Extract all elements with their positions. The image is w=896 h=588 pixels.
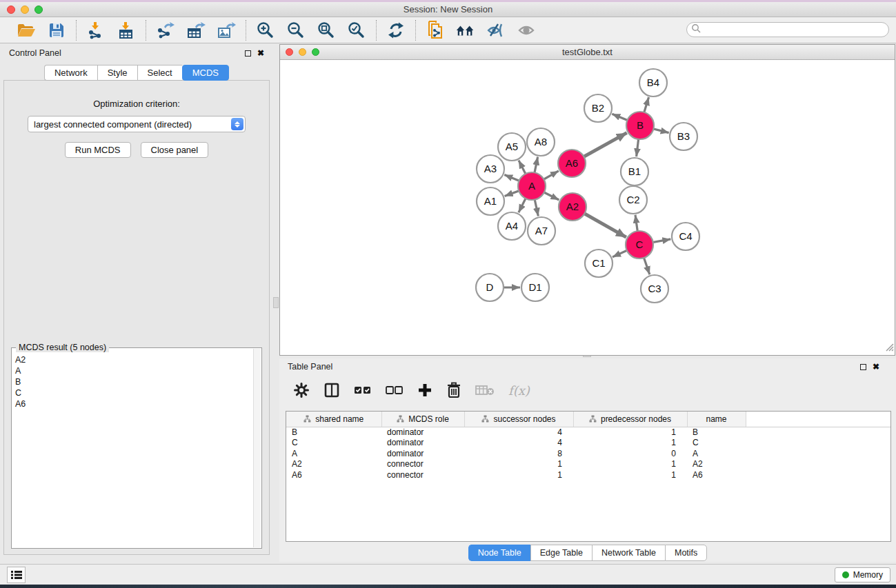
task-history-button[interactable] — [7, 567, 26, 583]
node-C[interactable]: C — [626, 231, 653, 258]
close-table-panel-icon[interactable]: ✖ — [873, 363, 879, 370]
apply-layout-refresh-icon[interactable] — [386, 20, 406, 41]
node-B3[interactable]: B3 — [670, 123, 697, 150]
tab-mcds[interactable]: MCDS — [182, 65, 229, 81]
node-D1[interactable]: D1 — [521, 274, 549, 301]
svg-text:C3: C3 — [648, 283, 661, 294]
first-neighbors-icon[interactable] — [455, 20, 476, 41]
node-A7[interactable]: A7 — [528, 217, 555, 245]
column-header-name[interactable]: name — [687, 412, 746, 427]
tab-edge-table[interactable]: Edge Table — [530, 545, 592, 561]
node-A6[interactable]: A6 — [558, 150, 586, 177]
result-item[interactable]: A — [12, 365, 253, 376]
float-panel-icon[interactable] — [245, 50, 251, 57]
close-panel-button[interactable]: Close panel — [141, 142, 209, 158]
desktop-edge-bottom — [0, 585, 896, 588]
tab-select[interactable]: Select — [137, 65, 182, 81]
tab-network-table[interactable]: Network Table — [592, 545, 665, 561]
show-column-icon[interactable] — [323, 381, 340, 400]
node-B1[interactable]: B1 — [621, 158, 648, 185]
search-input[interactable] — [701, 25, 888, 34]
node-B2[interactable]: B2 — [584, 94, 612, 122]
result-item[interactable]: C — [12, 387, 253, 398]
node-A3[interactable]: A3 — [477, 155, 504, 183]
tab-motifs[interactable]: Motifs — [665, 545, 707, 561]
network-window-titlebar[interactable]: testGlobe.txt — [280, 45, 895, 60]
column-type-icon — [481, 415, 489, 423]
result-scrollbar[interactable] — [253, 349, 261, 547]
svg-text:C1: C1 — [592, 257, 605, 269]
zoom-out-icon[interactable] — [286, 20, 306, 41]
import-table-icon[interactable] — [116, 20, 137, 41]
node-A4[interactable]: A4 — [498, 212, 526, 240]
export-network-icon[interactable] — [155, 20, 176, 41]
zoom-selected-icon[interactable] — [346, 20, 367, 41]
open-file-icon[interactable] — [16, 20, 37, 41]
tab-style[interactable]: Style — [97, 65, 137, 81]
search-field[interactable] — [686, 22, 889, 37]
save-session-icon[interactable] — [46, 20, 67, 41]
result-item[interactable]: B — [12, 376, 253, 387]
mcds-result-list[interactable]: A2ABCA6 — [12, 349, 253, 547]
create-new-column-plus-icon[interactable] — [417, 381, 432, 400]
resize-grip-icon[interactable] — [884, 342, 894, 354]
export-table-icon[interactable] — [186, 20, 206, 41]
select-all-checkboxes-icon[interactable] — [354, 381, 372, 400]
close-panel-icon[interactable]: ✖ — [257, 50, 264, 57]
delete-columns-trash-icon[interactable] — [446, 381, 461, 400]
node-A[interactable]: A — [518, 172, 546, 200]
table-row[interactable]: A2connector11A2 — [286, 459, 890, 470]
network-view-window[interactable]: testGlobe.txt AA1A2A3A4A5A6A7A8BB1B2B3B4… — [279, 44, 895, 356]
node-D[interactable]: D — [476, 274, 504, 301]
deselect-all-checkboxes-icon[interactable] — [386, 381, 404, 400]
node-table[interactable]: shared name MCDS role successor nodes pr… — [286, 411, 891, 542]
zoom-fit-icon[interactable] — [316, 20, 337, 41]
node-C4[interactable]: C4 — [672, 223, 699, 250]
network-title: testGlobe.txt — [280, 47, 895, 57]
node-C1[interactable]: C1 — [585, 250, 613, 277]
function-builder-icon[interactable]: f(x) — [508, 381, 530, 400]
table-body: Bdominator41BCdominator41CAdominator80AA… — [286, 427, 890, 480]
node-C3[interactable]: C3 — [641, 275, 668, 303]
float-table-panel-icon[interactable] — [860, 364, 866, 370]
node-A2[interactable]: A2 — [559, 193, 586, 221]
table-row[interactable]: Adominator80A — [286, 448, 890, 459]
network-canvas-svg: AA1A2A3A4A5A6A7A8BB1B2B3B4CC1C2C3C4DD1 — [280, 60, 895, 355]
table-header-row: shared name MCDS role successor nodes pr… — [286, 412, 890, 427]
vertical-splitter-handle[interactable] — [273, 297, 279, 308]
zoom-in-icon[interactable] — [255, 20, 276, 41]
import-network-icon[interactable] — [86, 20, 106, 41]
node-C2[interactable]: C2 — [619, 186, 647, 214]
node-B4[interactable]: B4 — [639, 69, 667, 97]
result-item[interactable]: A6 — [12, 398, 253, 409]
select-stepper-icon — [231, 118, 243, 130]
mcds-result-box: MCDS result (5 nodes) A2ABCA6 — [11, 347, 262, 549]
column-header-predecessor-nodes[interactable]: predecessor nodes — [573, 412, 687, 427]
hide-selected-eye-slash-icon[interactable] — [486, 20, 506, 41]
tab-node-table[interactable]: Node Table — [468, 545, 530, 561]
delete-table-icon[interactable] — [475, 381, 495, 400]
tab-network[interactable]: Network — [44, 65, 97, 81]
node-A8[interactable]: A8 — [527, 128, 555, 156]
node-A5[interactable]: A5 — [498, 133, 526, 161]
node-B[interactable]: B — [626, 112, 654, 139]
result-item[interactable]: A2 — [12, 354, 253, 365]
column-header-filler — [746, 412, 890, 427]
network-canvas[interactable]: AA1A2A3A4A5A6A7A8BB1B2B3B4CC1C2C3C4DD1 — [280, 60, 895, 355]
column-type-icon — [589, 415, 597, 423]
criterion-select[interactable]: largest connected component (directed) — [28, 116, 246, 132]
export-image-icon[interactable] — [216, 20, 237, 41]
column-header-mcds-role[interactable]: MCDS role — [381, 412, 464, 427]
new-network-from-selection-icon[interactable] — [425, 20, 446, 41]
main-titlebar[interactable]: Session: New Session — [0, 2, 896, 17]
column-header-shared-name[interactable]: shared name — [286, 412, 381, 427]
node-A1[interactable]: A1 — [477, 187, 504, 215]
show-all-eye-icon[interactable] — [516, 20, 537, 41]
column-settings-gear-icon[interactable] — [293, 381, 310, 400]
table-row[interactable]: Cdominator41C — [286, 438, 890, 449]
table-row[interactable]: Bdominator41B — [286, 427, 890, 438]
table-row[interactable]: A6connector11A6 — [286, 469, 890, 480]
run-mcds-button[interactable]: Run MCDS — [65, 142, 131, 158]
memory-button[interactable]: Memory — [835, 567, 890, 582]
column-header-successor-nodes[interactable]: successor nodes — [464, 412, 573, 427]
